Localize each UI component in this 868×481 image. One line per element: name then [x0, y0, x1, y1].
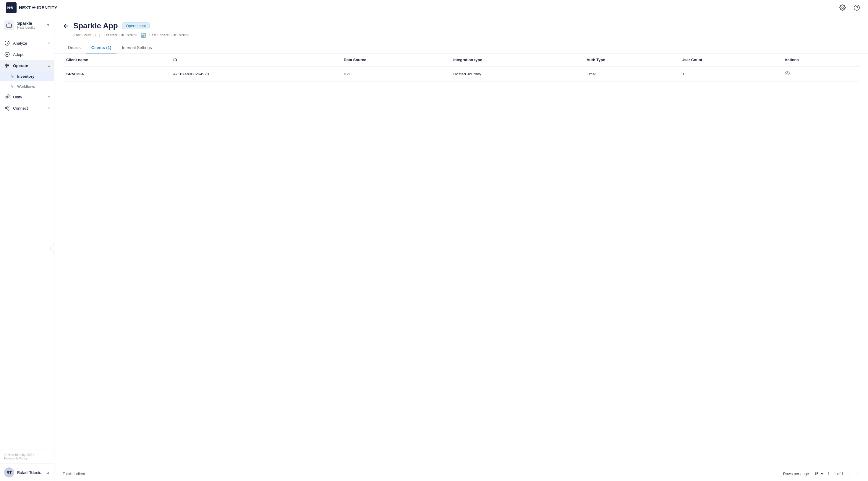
- inventory-label: Inventory: [17, 74, 35, 78]
- pagination: Rows per page 15 25 50 1 – 1 of 1 ‹ ›: [783, 470, 860, 477]
- connect-label: Connect: [13, 106, 45, 110]
- svg-point-13: [6, 64, 7, 65]
- col-auth-type: Auth Type: [583, 54, 678, 66]
- col-data-source: Data Source: [340, 54, 450, 66]
- col-id: ID: [170, 54, 340, 66]
- clients-table: Client name ID Data Source Integration t…: [63, 54, 860, 82]
- privacy-policy-link[interactable]: Privacy & Policy: [4, 456, 28, 460]
- app-title: Sparkle App: [73, 21, 118, 30]
- settings-button[interactable]: [837, 2, 848, 13]
- cell-client-name: SPM1234: [63, 66, 170, 82]
- topbar: N✳ NEXT ✳︎ IDENTITY: [0, 0, 868, 15]
- col-actions: Actions: [781, 54, 860, 66]
- operate-chevron-icon: ▴: [48, 64, 50, 68]
- meta-divider: |: [99, 33, 100, 37]
- cell-auth-type: Email: [583, 66, 678, 82]
- sliders-icon: [4, 63, 10, 68]
- adopt-label: Adopt: [13, 52, 50, 57]
- tab-internal-settings[interactable]: Internal Settings: [117, 42, 157, 54]
- connect-chevron-icon: ▾: [48, 106, 50, 110]
- table-header-row: Client name ID Data Source Integration t…: [63, 54, 860, 66]
- copyright-text: © Next Identity, 2024.: [4, 453, 50, 456]
- cell-actions: [781, 66, 860, 82]
- rows-per-page-select[interactable]: 15 25 50: [812, 471, 825, 477]
- user-chevron-icon: ▲: [46, 470, 50, 475]
- tabs: Details Clients (1) Internal Settings: [54, 42, 868, 54]
- tenant-subtitle: Next Identity: [17, 26, 43, 29]
- total-label: Total: 1 client: [63, 472, 85, 476]
- status-badge: Operational: [122, 23, 150, 29]
- sidebar-user[interactable]: RT Rafael Teixeira ▲: [0, 463, 54, 481]
- cell-data-source: B2C: [340, 66, 450, 82]
- user-count-meta: User Count: 0: [73, 33, 95, 37]
- prev-page-button[interactable]: ‹: [846, 470, 851, 477]
- svg-point-16: [8, 106, 9, 107]
- tenant-chevron-icon: ▼: [46, 23, 50, 27]
- sidebar-item-operate[interactable]: Operate ▴: [0, 60, 54, 71]
- tenant-selector[interactable]: Sparkle Next Identity ▼: [0, 15, 54, 35]
- col-client-name: Client name: [63, 54, 170, 66]
- user-avatar: RT: [4, 468, 14, 477]
- sidebar-item-connect[interactable]: Connect ▾: [0, 102, 54, 114]
- view-client-button[interactable]: [785, 71, 790, 77]
- analyze-label: Analyze: [13, 41, 45, 45]
- table-footer: Total: 1 client Rows per page 15 25 50 1…: [54, 466, 868, 481]
- svg-point-17: [5, 107, 6, 109]
- sidebar-nav: Analyze ▾ Adopt Operate ▴ ↳: [0, 35, 54, 449]
- page-info: 1 – 1 of 1: [828, 472, 843, 476]
- tab-details[interactable]: Details: [63, 42, 86, 54]
- svg-point-18: [8, 109, 9, 110]
- created-meta: Created: 10/17/2023: [103, 33, 137, 37]
- workflows-sub-icon: ↳: [11, 84, 14, 89]
- sidebar-item-workflows[interactable]: ↳ Workflows: [0, 81, 54, 91]
- user-name: Rafael Teixeira: [17, 470, 43, 475]
- app-header: Sparkle App Operational User Count: 0 | …: [54, 15, 868, 42]
- app-logo: N✳ NEXT ✳︎ IDENTITY: [6, 2, 57, 13]
- sidebar-item-analyze[interactable]: Analyze ▾: [0, 37, 54, 49]
- svg-point-2: [842, 7, 843, 8]
- main-content: Sparkle App Operational User Count: 0 | …: [54, 15, 868, 481]
- tenant-name: Sparkle: [17, 21, 43, 26]
- last-update-meta: Last update: 10/17/2023: [149, 33, 189, 37]
- next-page-button[interactable]: ›: [855, 470, 860, 477]
- help-button[interactable]: [851, 2, 862, 13]
- svg-point-14: [8, 65, 8, 66]
- analyze-chevron-icon: ▾: [48, 41, 50, 45]
- sidebar: Sparkle Next Identity ▼ Analyze ▾ Adopt: [0, 15, 54, 481]
- svg-point-22: [787, 73, 788, 74]
- cell-id: 47167eb388264928...: [170, 66, 340, 82]
- app-meta: User Count: 0 | Created: 10/17/2023 🔄 La…: [63, 33, 860, 37]
- update-icon: 🔄: [141, 33, 146, 37]
- cell-integration-type: Hosted Journey: [450, 66, 583, 82]
- svg-rect-5: [7, 24, 12, 28]
- app-title-row: Sparkle App Operational: [63, 21, 860, 30]
- col-user-count: User Count: [678, 54, 781, 66]
- plus-circle-icon: [4, 52, 10, 57]
- sidebar-item-unify[interactable]: Unify ▾: [0, 91, 54, 102]
- back-button[interactable]: [63, 23, 69, 29]
- workflows-label: Workflows: [17, 84, 35, 89]
- link-icon: [4, 94, 10, 100]
- tab-clients[interactable]: Clients (1): [86, 42, 117, 54]
- unify-chevron-icon: ▾: [48, 95, 50, 99]
- svg-line-19: [6, 108, 8, 109]
- table-row: SPM1234 47167eb388264928... B2C Hosted J…: [63, 66, 860, 82]
- layout: Sparkle Next Identity ▼ Analyze ▾ Adopt: [0, 15, 868, 481]
- topbar-actions: [837, 2, 862, 13]
- svg-point-15: [6, 66, 7, 67]
- sidebar-item-inventory[interactable]: ↳ Inventory: [0, 71, 54, 81]
- share-icon: [4, 105, 10, 111]
- rows-per-page-label: Rows per page: [783, 472, 809, 476]
- svg-text:N✳: N✳: [7, 6, 13, 10]
- svg-line-20: [6, 107, 8, 108]
- clock-icon: [4, 40, 10, 46]
- tenant-info: Sparkle Next Identity: [17, 21, 43, 29]
- sidebar-footer: © Next Identity, 2024. Privacy & Policy: [0, 449, 54, 463]
- logo-icon: N✳: [6, 2, 17, 13]
- sidebar-item-adopt[interactable]: Adopt: [0, 49, 54, 60]
- col-integration-type: Integration type: [450, 54, 583, 66]
- table-area: Client name ID Data Source Integration t…: [54, 54, 868, 466]
- inventory-sub-icon: ↳: [11, 74, 14, 78]
- cell-user-count: 0: [678, 66, 781, 82]
- tenant-icon: [4, 20, 14, 30]
